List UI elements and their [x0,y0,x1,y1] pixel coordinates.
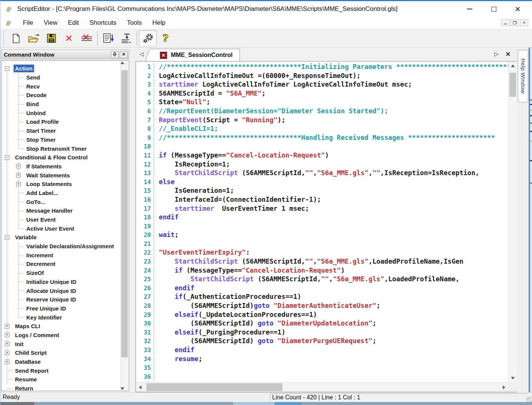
pin-button[interactable] [111,51,119,58]
tree-scroll-up-arrow[interactable] [121,61,124,64]
code-line-3: 3starttimer LogActiveCallInfoTimer LogAc… [136,80,508,89]
tree-item-sizeof[interactable]: SizeOf [2,268,120,278]
expand-icon[interactable]: + [5,351,9,355]
menu-item-tools[interactable]: Tools [122,18,147,28]
tree-item-active-user-event[interactable]: Active User Event [2,224,120,233]
tree-item-send-report[interactable]: Send Report [2,366,120,375]
tree-item-key-identifier[interactable]: Key Identifier [2,313,120,322]
delete-all-button[interactable]: ✕ [78,30,95,46]
tree-item-maps-cli[interactable]: +Maps CLI [2,322,120,331]
goto-line-button[interactable] [117,30,135,46]
help-window-tab[interactable]: Help Window [518,50,528,102]
tree-item-if-statements[interactable]: +If Statements [2,162,120,171]
expand-icon[interactable]: + [16,164,21,168]
tree-item-load-profile[interactable]: Load Profile [2,117,120,126]
command-window-close-button[interactable]: ✕ [120,51,128,58]
editor-vertical-scrollbar[interactable] [508,62,517,382]
minimize-button[interactable] [458,1,482,17]
toolbar-grip[interactable] [3,31,5,46]
menu-item-help[interactable]: Help [147,18,171,28]
save-button[interactable] [42,30,60,46]
tree-item-unbind[interactable]: Unbind [2,108,120,117]
maximize-button[interactable] [482,1,506,17]
expand-icon[interactable]: + [5,324,9,328]
menu-item-shortcuts[interactable]: Shortcuts [84,18,122,28]
expand-icon[interactable]: + [16,182,21,186]
collapse-icon[interactable]: − [5,66,9,71]
tree-item-bind[interactable]: Bind [2,100,120,109]
tree-item-user-event[interactable]: User Event [2,215,120,224]
tree-item-start-timer[interactable]: Start Timer [2,126,120,135]
editor-scroll-left-arrow[interactable] [136,382,144,392]
close-button[interactable]: ✕ [506,1,530,17]
editor-vscroll-thumb[interactable] [509,73,516,97]
mdi-minimize-button[interactable] [501,19,509,26]
tree-item-database[interactable]: +DataBase [2,357,120,366]
tree-item-label: Maps CLI [14,322,41,330]
code-line-19: 19 [136,222,508,231]
tree-item-message-handler[interactable]: Message Handler [2,206,120,215]
tree-item-initialize-unique-id[interactable]: Initialize Unique ID [2,278,120,286]
status-bar: Ready Line Count - 420 | Line : 1 Col : … [0,392,532,402]
expand-icon[interactable]: + [5,360,9,364]
tab-scroll-right-arrow[interactable]: ▷ [494,51,499,57]
tree-item-send[interactable]: Send [2,73,120,82]
tree-item-action[interactable]: −Action [2,64,120,73]
expand-icon[interactable]: + [5,342,9,346]
tree-item-return[interactable]: Return [2,384,120,390]
mdi-restore-button[interactable] [511,19,519,26]
menu-item-view[interactable]: View [38,18,63,28]
tree-scroll-down-arrow[interactable] [121,387,124,390]
command-tree[interactable]: −ActionSendRecvDecodeBindUnbindLoad Prof… [2,61,120,390]
panel-splitter[interactable] [131,48,136,392]
mdi-close-button[interactable]: ✕ [520,19,528,26]
tree-item-label: Send Report [14,367,50,374]
tree-item-recv[interactable]: Recv [2,82,120,91]
editor-hscroll-thumb[interactable] [146,383,282,391]
new-file-button[interactable] [7,30,25,46]
collapse-icon[interactable]: − [5,155,9,160]
expand-icon[interactable]: + [16,173,21,177]
tree-item-allocate-unique-id[interactable]: Allocate Unique ID [2,286,120,295]
tree-item-wait-statements[interactable]: +Wait Statements [2,171,120,180]
code-line-16: 16 InterfaceId=(ConnectionIdentifier-1); [136,195,508,204]
tree-item-stop-retransmit-timer[interactable]: Stop Retransmit Timer [2,144,120,153]
help-button[interactable]: ? [157,30,174,46]
tree-item-variable[interactable]: −Variable [2,233,120,242]
log-button[interactable] [99,30,117,46]
delete-button[interactable]: ✕ [60,30,78,46]
tree-item-decrement[interactable]: Decrement [2,260,120,268]
tab-close-doc-icon[interactable]: ✕ [160,52,167,59]
tab-mme-sessioncontrol[interactable]: ✕ MME_SessionControl [150,49,240,61]
tree-item-increment[interactable]: Increment [2,250,120,260]
tree-item-loop-statements[interactable]: +Loop Statements [2,180,120,189]
settings-button[interactable] [139,30,157,46]
menu-item-edit[interactable]: Edit [63,18,84,28]
expand-icon[interactable]: + [5,333,9,337]
tree-item-child-script[interactable]: +Child Script [2,348,120,357]
editor-scroll-down-arrow[interactable] [509,374,517,382]
open-file-button[interactable] [25,30,42,46]
tree-item-resume[interactable]: Resume [2,375,120,384]
menu-item-file[interactable]: File [18,18,38,28]
editor-horizontal-scrollbar[interactable] [136,382,508,392]
tree-scroll-thumb[interactable] [121,70,128,357]
tree-scrollbar[interactable] [120,61,128,390]
tree-item-conditional-flow-control[interactable]: −Conditional & Flow Control [2,153,120,162]
tab-scroll-left-arrow[interactable]: ◁ [139,51,144,57]
code-area[interactable]: 1//**********************************Ini… [136,62,508,382]
tree-item-goto[interactable]: GoTo... [2,197,120,206]
tree-item-reserve-unique-id[interactable]: Reserve Unique ID [2,295,120,304]
collapse-icon[interactable]: − [5,235,9,240]
tree-item-free-unique-id[interactable]: Free Unique ID [2,304,120,313]
tree-item-logs-comment[interactable]: +Logs / Comment [2,331,120,340]
resize-grip[interactable] [526,396,532,402]
editor-scroll-up-arrow[interactable] [509,62,517,69]
tree-item-add-label[interactable]: Add Label... [2,189,120,198]
tree-item-variable-declaration-assignment[interactable]: Variable Declaration/Assignment [2,242,120,251]
tab-strip-close-button[interactable]: ✕ [506,51,511,58]
tree-item-init[interactable]: +Init [2,339,120,348]
editor-scroll-right-arrow[interactable] [500,382,508,392]
tree-item-decode[interactable]: Decode [2,91,120,100]
tree-item-stop-timer[interactable]: Stop Timer [2,135,120,144]
